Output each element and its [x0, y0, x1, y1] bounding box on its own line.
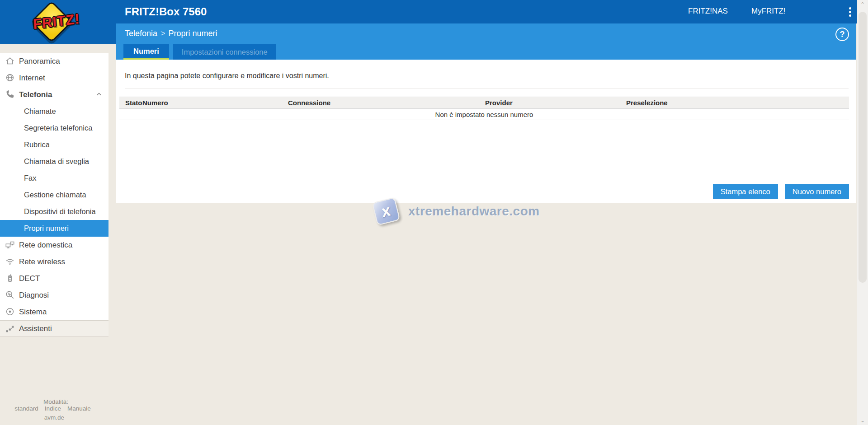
sidebar-item-assistenti[interactable]: Assistenti [0, 320, 108, 337]
watermark: x xtremehardware.com [374, 200, 540, 223]
breadcrumb-current-page: Propri numeri [169, 29, 217, 38]
manual-link[interactable]: Manuale [67, 405, 91, 412]
column-header-preselezione: Preselezione [626, 97, 849, 109]
wizard-icon [5, 324, 15, 334]
phone-icon [5, 89, 15, 99]
fritz-logo-text: FRITZ! [28, 10, 85, 33]
sidebar-item-sistema[interactable]: Sistema [0, 304, 108, 320]
sidebar-subitem-dispositivi-di-telefonia[interactable]: Dispositivi di telefonia [0, 203, 108, 220]
sidebar-subitem-segreteria[interactable]: Segreteria telefonica [0, 120, 108, 136]
sidebar-item-rete-wireless[interactable]: Rete wireless [0, 253, 108, 270]
tab-numeri[interactable]: Numeri [123, 44, 169, 60]
home-icon [5, 56, 15, 66]
sidebar-item-rete-domestica[interactable]: Rete domestica [0, 237, 108, 253]
numbers-table: Stato Numero Connessione Provider Presel… [119, 97, 849, 120]
sidebar-item-label: Telefonia [19, 90, 52, 99]
table-empty-row: Non è impostato nessun numero [119, 109, 849, 120]
main-panel: Telefonia>Propri numeri ? Numeri Imposta… [116, 23, 856, 203]
xtremehardware-logo-icon: x [372, 197, 400, 225]
top-header-bar: FRITZ!Box 7560 FRITZ!NAS MyFRITZ! [0, 0, 857, 23]
sidebar-item-panoramica[interactable]: Panoramica [0, 53, 108, 70]
vertical-scrollbar[interactable]: ⌃ ⌄ [857, 0, 868, 425]
index-link[interactable]: Indice [45, 405, 61, 412]
help-icon[interactable]: ? [835, 28, 849, 41]
sidebar-item-label: Sistema [19, 308, 47, 317]
tab-bar: Numeri Impostazioni connessione [123, 44, 280, 60]
column-header-provider: Provider [485, 97, 626, 109]
sidebar-subitem-chiamate[interactable]: Chiamate [0, 103, 108, 120]
watermark-text: xtremehardware.com [408, 204, 540, 219]
tab-impostazioni-connessione[interactable]: Impostazioni connessione [173, 44, 276, 60]
globe-icon [5, 73, 15, 83]
chevron-up-icon[interactable] [95, 90, 103, 98]
empty-state-text: Non è impostato nessun numero [119, 109, 849, 120]
wifi-icon [5, 257, 15, 266]
sidebar-item-label: Rete domestica [19, 241, 72, 250]
sidebar-item-label: Rete wireless [19, 257, 65, 266]
avm-link[interactable]: avm.de [0, 414, 108, 421]
sidebar-item-label: Panoramica [19, 57, 60, 66]
scroll-down-arrow-icon[interactable]: ⌄ [857, 417, 868, 424]
stampa-elenco-button[interactable]: Stampa elenco [713, 184, 778, 199]
sidebar-subitem-propri-numeri[interactable]: Propri numeri [0, 220, 108, 237]
sidebar-item-dect[interactable]: DECT [0, 270, 108, 287]
page-footer: Modalità: standardIndiceManuale avm.de [0, 398, 108, 421]
handset-icon [5, 273, 15, 283]
intro-text: In questa pagina potete configurare e mo… [116, 60, 856, 80]
logo-block: FRITZ! [0, 0, 116, 44]
scrollbar-thumb[interactable] [859, 12, 867, 283]
column-header-stato: Stato [119, 97, 142, 109]
sidebar-subitem-chiamata-di-sveglia[interactable]: Chiamata di sveglia [0, 153, 108, 170]
device-title: FRITZ!Box 7560 [125, 5, 207, 18]
fritznas-link[interactable]: FRITZ!NAS [688, 7, 728, 16]
column-header-connessione: Connessione [288, 97, 485, 109]
myfritz-link[interactable]: MyFRITZ! [751, 7, 786, 16]
kebab-menu-icon[interactable] [848, 7, 852, 18]
network-icon [5, 240, 15, 250]
panel-header: Telefonia>Propri numeri ? Numeri Imposta… [116, 23, 856, 60]
diagnosis-icon [5, 290, 15, 300]
sidebar-nav: Panoramica Internet Telefonia Chiamate S… [0, 53, 108, 337]
column-header-numero: Numero [142, 97, 288, 109]
system-icon [5, 307, 15, 317]
section-divider [125, 89, 849, 89]
sidebar-subitem-fax[interactable]: Fax [0, 170, 108, 187]
table-header-row: Stato Numero Connessione Provider Presel… [119, 97, 849, 109]
breadcrumb-separator: > [157, 29, 169, 38]
sidebar-subitem-rubrica[interactable]: Rubrica [0, 136, 108, 153]
scroll-up-arrow-icon[interactable]: ⌃ [857, 1, 868, 8]
sidebar-item-label: Diagnosi [19, 291, 49, 300]
nuovo-numero-button[interactable]: Nuovo numero [785, 184, 849, 199]
sidebar-item-diagnosi[interactable]: Diagnosi [0, 287, 108, 304]
sidebar-item-label: Assistenti [19, 324, 52, 333]
sidebar-item-telefonia[interactable]: Telefonia [0, 86, 108, 103]
sidebar-item-label: DECT [19, 274, 40, 283]
breadcrumb: Telefonia>Propri numeri [125, 29, 217, 38]
sidebar-item-internet[interactable]: Internet [0, 70, 108, 86]
panel-body: In questa pagina potete configurare e mo… [116, 60, 856, 203]
sidebar-subitem-gestione-chiamata[interactable]: Gestione chiamata [0, 187, 108, 203]
breadcrumb-telefonia-link[interactable]: Telefonia [125, 29, 157, 38]
watermark-x-glyph: x [374, 199, 398, 223]
sidebar-item-label: Internet [19, 74, 45, 83]
